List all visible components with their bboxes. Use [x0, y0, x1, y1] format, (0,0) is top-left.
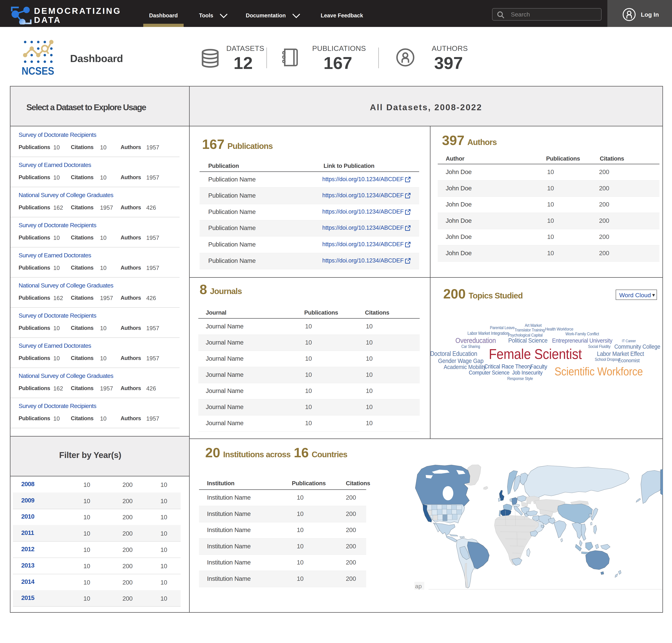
svg-text:NCSES: NCSES — [22, 65, 54, 76]
